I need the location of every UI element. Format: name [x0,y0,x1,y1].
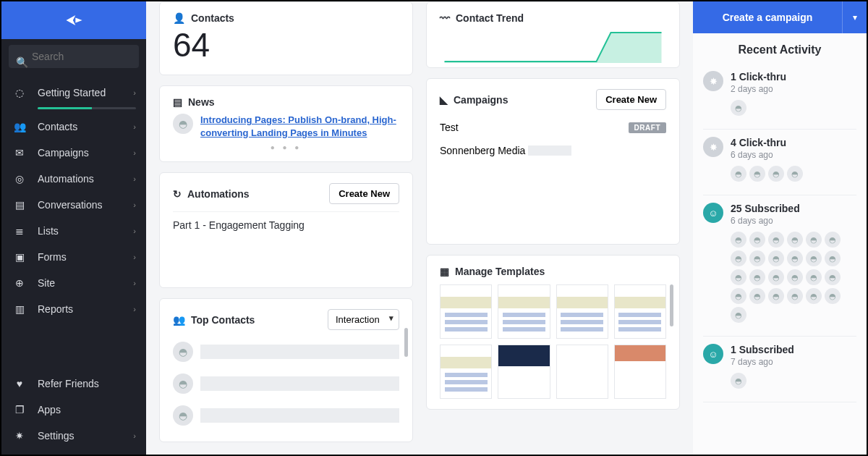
sort-select[interactable]: Interaction [328,309,399,330]
template-thumb[interactable] [556,345,608,399]
avatar: ◓ [806,269,822,285]
chevron-right-icon: › [133,174,136,183]
activity-time: 2 days ago [731,84,856,94]
sidebar-item-settings[interactable]: ✷ Settings › [1,423,146,449]
automation-row[interactable]: Part 1 - Engagement Tagging [173,211,399,238]
avatar: ◓ [787,288,803,304]
people-icon: ☺ [703,344,723,364]
scrollbar[interactable] [670,284,673,326]
carousel-dots[interactable]: ● ● ● [173,143,399,151]
sidebar-item-lists[interactable]: ≣ Lists › [1,218,146,244]
activity-item[interactable]: ☺25 Subscribed6 days ago◓◓◓◓◓◓◓◓◓◓◓◓◓◓◓◓… [703,195,856,337]
template-thumb[interactable] [498,345,550,399]
megaphone-icon: ◣ [440,94,448,106]
contacts-icon: 👥 [12,121,27,132]
sidebar-item-automations[interactable]: ◎ Automations › [1,166,146,192]
avatar-row: ◓◓◓◓ [731,166,856,182]
template-thumb[interactable] [556,284,608,339]
avatar-row: ◓ [731,100,856,116]
redacted [200,408,399,423]
campaign-name: Test [440,122,459,133]
avatar: ◓ [787,232,803,248]
sidebar-nav: ◌ Getting Started › 👥 Contacts › ✉ Campa… [1,74,146,371]
chevron-right-icon: › [133,279,136,287]
create-campaign-cta[interactable]: Create a campaign [693,1,842,33]
brand-logo-icon [64,10,84,30]
news-icon: ▤ [173,96,182,108]
activity-item[interactable]: ✸4 Click-thru6 days ago◓◓◓◓ [703,130,856,195]
sidebar-item-label: Apps [38,404,61,415]
avatar: ◓ [731,100,746,116]
chevron-right-icon: › [133,305,136,313]
activity-title: 4 Click-thru [731,137,856,148]
activity-title: 1 Subscribed [731,344,856,355]
right-panel: Create a campaign ▾ Recent Activity ✸1 C… [693,1,867,455]
sidebar-item-site[interactable]: ⊕ Site › [1,270,146,296]
avatar: ◓ [787,269,803,285]
avatar: ◓ [731,232,746,248]
create-automation-button[interactable]: Create New [329,183,399,204]
top-contact-row[interactable]: ◓ [173,336,399,368]
sidebar-item-refer[interactable]: ♥ Refer Friends [1,371,146,397]
sidebar-item-label: Forms [38,251,67,263]
avatar: ◓ [749,250,765,266]
template-thumb[interactable] [614,284,666,339]
activity-time: 7 days ago [731,357,856,367]
avatar: ◓ [731,166,746,182]
sidebar-item-forms[interactable]: ▣ Forms › [1,244,146,270]
logo[interactable] [1,1,146,39]
cta-wrap: Create a campaign ▾ [693,1,867,33]
template-thumb[interactable] [498,284,550,339]
avatar: ◓ [768,250,784,266]
person-icon: 👤 [173,12,185,24]
search-icon: 🔍 [16,56,28,68]
activity-item[interactable]: ☺1 Subscribed7 days ago◓ [703,337,856,402]
main-content: 👤Contacts 64 ▤News ◓ Introducing Pages: … [146,1,693,455]
sidebar: 🔍 ◌ Getting Started › 👥 Contacts › ✉ Cam… [1,1,146,455]
search-input[interactable] [9,45,139,68]
sidebar-item-campaigns[interactable]: ✉ Campaigns › [1,140,146,166]
sidebar-item-contacts[interactable]: 👥 Contacts › [1,114,146,140]
campaign-row[interactable]: Test DRAFT [440,116,666,139]
cta-dropdown[interactable]: ▾ [842,1,867,33]
template-thumb[interactable] [614,345,666,399]
sidebar-item-label: Site [38,277,55,289]
templates-card: ▦Manage Templates [426,255,680,410]
sidebar-item-reports[interactable]: ▥ Reports › [1,296,146,322]
card-title: Automations [187,188,250,200]
redacted [200,376,399,391]
activity-time: 6 days ago [731,216,856,226]
activity-item[interactable]: ✸1 Click-thru2 days ago◓ [703,64,856,130]
avatar: ◓ [787,250,803,266]
card-title: Contacts [191,12,234,24]
top-contact-row[interactable]: ◓ [173,368,399,400]
scrollbar[interactable] [404,328,408,357]
avatar: ◓ [768,288,784,304]
sidebar-item-apps[interactable]: ❐ Apps [1,397,146,423]
campaign-row[interactable]: Sonnenberg Media [440,139,666,162]
template-icon: ▦ [440,266,449,277]
sidebar-item-label: Automations [38,173,94,185]
top-contact-row[interactable]: ◓ [173,400,399,431]
contacts-count: 64 [173,25,399,64]
form-icon: ▣ [12,251,27,263]
redacted [200,345,399,359]
activity-time: 6 days ago [731,150,856,160]
sidebar-item-conversations[interactable]: ▤ Conversations › [1,192,146,218]
avatar-row: ◓◓◓◓◓◓◓◓◓◓◓◓◓◓◓◓◓◓◓◓◓◓◓◓◓ [731,232,856,323]
sidebar-item-label: Getting Started [38,87,106,98]
trend-sparkline [440,27,666,63]
news-headline-link[interactable]: Introducing Pages: Publish On-brand, Hig… [200,114,399,139]
template-thumb[interactable] [440,345,492,399]
card-title: Campaigns [454,94,508,106]
sidebar-item-label: Refer Friends [38,378,99,389]
sidebar-item-getting-started[interactable]: ◌ Getting Started › [1,80,146,106]
card-title: Manage Templates [455,266,545,277]
create-campaign-button[interactable]: Create New [596,89,666,110]
status-badge: DRAFT [629,122,666,133]
template-thumb[interactable] [440,284,492,339]
sidebar-item-label: Reports [38,303,73,315]
heart-icon: ♥ [12,378,27,389]
avatar: ◓ [731,288,746,304]
avatar: ◓ [731,307,746,323]
